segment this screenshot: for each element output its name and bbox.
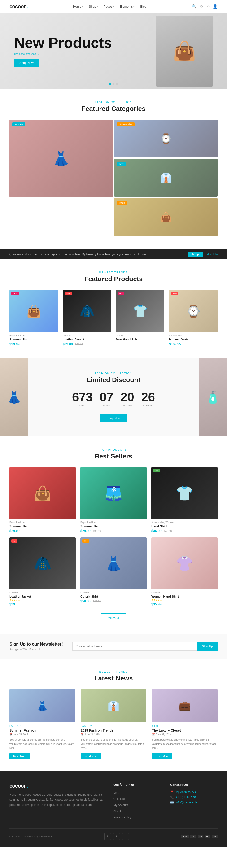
hero-image (156, 13, 213, 89)
countdown-days: 673 Days (72, 391, 93, 407)
featured-products-grid: 👜 HOT Bags, Fashion Summer Bag $29.99 🧥 … (9, 290, 218, 346)
category-bags[interactable]: 👜 Bags (114, 198, 218, 236)
hero-dot-1[interactable] (109, 83, 111, 85)
phone-icon: 📞 (170, 796, 174, 799)
cookie-text: ⓘ We use cookies to improve your experie… (9, 252, 185, 256)
product-icon: 🩳 (105, 485, 123, 502)
nav-item-elements[interactable]: Elements ▾ (120, 5, 134, 8)
social-facebook[interactable]: f (104, 833, 111, 840)
discount-shop-button[interactable]: Shop Now (100, 414, 127, 422)
nav-item-blog[interactable]: Blog (140, 5, 147, 8)
footer-link-about[interactable]: About (114, 809, 161, 813)
category-men[interactable]: 👔 Men (114, 159, 218, 197)
footer-link[interactable]: Visit (114, 791, 119, 795)
bs-product-image: 👗 -5% (80, 537, 147, 589)
nav-link-pages[interactable]: Pages ▾ (104, 5, 114, 8)
footer-link[interactable]: My Account (114, 803, 128, 807)
cookie-accept-button[interactable]: Accept (188, 252, 203, 257)
product-card-leather-jacket[interactable]: 🧥 Sale Fashion Leather Jacket $39.00 $59… (63, 290, 111, 346)
social-google[interactable]: g (122, 833, 129, 840)
nav-link-home[interactable]: Home ▾ (73, 5, 83, 8)
bs-card-4[interactable]: 👗 -5% Fashion Culprit Shirt $50.00 $60.0… (80, 537, 147, 606)
product-image: 👕 Hot (116, 290, 164, 333)
news-card-0[interactable]: 👗 FASHION Summer Fashion 📅 June 15, 2019… (9, 689, 75, 759)
payment-pp: PP (205, 835, 210, 838)
product-name: Summer Bag (9, 338, 58, 341)
countdown-seconds-value: 26 (141, 391, 155, 403)
newsletter-submit-button[interactable]: Sign Up (197, 642, 218, 651)
bs-card-0[interactable]: 👜 Bags, Fashion Summer Bag $29.00 (9, 467, 76, 533)
news-read-button-2[interactable]: Read More (152, 753, 172, 759)
bs-category: Bags, Fashion (80, 521, 147, 524)
footer-link[interactable]: About (114, 810, 121, 813)
countdown-minutes-value: 20 (120, 391, 134, 403)
product-badge: Sale (65, 292, 72, 295)
countdown-minutes: 20 Minutes (120, 391, 134, 407)
product-category: Fashion (116, 334, 164, 337)
footer-link-visit[interactable]: Visit (114, 790, 161, 795)
newsletter-email-input[interactable] (72, 642, 197, 651)
nav-link-shop[interactable]: Shop ▾ (89, 5, 98, 8)
bs-card-1[interactable]: 🩳 Bags, Fashion Summer Bag $29.99 $39.99 (80, 467, 147, 533)
nav-item-home[interactable]: Home ▾ (73, 5, 83, 8)
latest-news-title: Latest News (9, 675, 218, 682)
featured-products-section: Newest Trends Featured Products 👜 HOT Ba… (0, 259, 227, 358)
nav-link-blog[interactable]: Blog (140, 5, 147, 8)
view-all-button[interactable]: View All (101, 613, 126, 622)
product-card-summer-bag[interactable]: 👜 HOT Bags, Fashion Summer Bag $29.99 (9, 290, 58, 346)
bs-product-image: 🩳 (80, 467, 147, 519)
bs-card-2[interactable]: 👕 New Accessories, Women Hand Shirt $46.… (151, 467, 218, 533)
footer-link-account[interactable]: My Account (114, 803, 161, 807)
bs-price: $46.00 $46.00 (151, 529, 218, 533)
newsletter-subtitle: And get a 20% Discount (9, 648, 63, 651)
hero-dot-2[interactable] (112, 83, 115, 85)
footer-bottom: © Cocoon. Developed by Growebepr f t g V… (9, 828, 218, 840)
news-date-2: 📅 June 31, 2019 (152, 733, 218, 736)
news-read-button-1[interactable]: Read More (80, 753, 101, 759)
nav-item-pages[interactable]: Pages ▾ (104, 5, 114, 8)
nav-item-shop[interactable]: Shop ▾ (89, 5, 98, 8)
product-card-hand-shirt[interactable]: 👕 Hot Fashion Men Hand Shirt (116, 290, 164, 346)
email-icon: ✉️ (170, 801, 174, 804)
bs-name: Hand Shirt (151, 524, 218, 528)
footer-brand-col: cocoon. Nunc mollis pellentesque ex. Dui… (9, 783, 104, 821)
countdown-seconds-label: Seconds (141, 404, 155, 407)
calendar-icon: 📅 (152, 733, 155, 736)
footer-contact-title: Contact Us (170, 783, 218, 787)
nav-menu: Home ▾ Shop ▾ Pages ▾ Elements ▾ Blog (73, 5, 147, 8)
bestsellers-title: Best Sellers (9, 453, 218, 460)
news-card-2[interactable]: 💼 STYLE The Luxury Closet 📅 June 31, 201… (152, 689, 218, 759)
product-card-minimal-watch[interactable]: ⌚ Sale Accessories Minimal Watch $169.95 (169, 290, 218, 346)
search-icon[interactable]: 🔍 (192, 4, 196, 9)
news-read-button-0[interactable]: Read More (9, 753, 30, 759)
wishlist-icon[interactable]: ♡ (200, 4, 203, 9)
cookie-more-button[interactable]: More Info (207, 253, 218, 256)
bs-card-5[interactable]: 👚 Fashion Women Hand Shirt ★★★★☆ $35.99 (151, 537, 218, 606)
bs-product-image: 👜 (9, 467, 76, 519)
bestsellers-grid: 👜 Bags, Fashion Summer Bag $29.00 🩳 Bags… (9, 467, 218, 606)
bs-card-3[interactable]: 🧥 Hot Fashion Leather Jacket ★★★★☆ $39 (9, 537, 76, 606)
news-title-2: The Luxury Closet (152, 728, 218, 732)
footer-link-privacy[interactable]: Privacy Policy (114, 815, 161, 819)
social-twitter[interactable]: t (113, 833, 120, 840)
countdown-seconds: 26 Seconds (141, 391, 155, 407)
news-excerpt-1: Sed ut perspiciatis unde omnis iste natu… (80, 738, 146, 750)
hero-dot-3[interactable] (116, 83, 118, 85)
footer-link-checkout[interactable]: Checkout (114, 797, 161, 801)
brand-logo[interactable]: cocoon. (9, 4, 28, 10)
news-card-1[interactable]: 👔 FASHION 2018 Fashion Trends 📅 June 20,… (80, 689, 146, 759)
countdown-hours: 07 Hours (100, 391, 114, 407)
category-accessories[interactable]: ⌚ Accessories (114, 120, 218, 157)
account-icon[interactable]: 👤 (213, 4, 218, 9)
footer-link[interactable]: Privacy Policy (114, 816, 131, 819)
footer-payment-icons: VISA MC AE PP BT (181, 835, 218, 838)
navbar: cocoon. Home ▾ Shop ▾ Pages ▾ Elements ▾… (0, 0, 227, 13)
discount-right-image: 🧴 (199, 358, 227, 436)
footer-link[interactable]: Checkout (114, 797, 126, 801)
nav-link-elements[interactable]: Elements ▾ (120, 5, 134, 8)
category-women[interactable]: 👗 Women (9, 120, 113, 197)
hero-shop-button[interactable]: Shop Now (14, 59, 39, 67)
chevron-down-icon: ▾ (97, 5, 98, 8)
compare-icon[interactable]: ⇄ (206, 4, 209, 9)
bs-product-image: 👕 New (151, 467, 218, 519)
